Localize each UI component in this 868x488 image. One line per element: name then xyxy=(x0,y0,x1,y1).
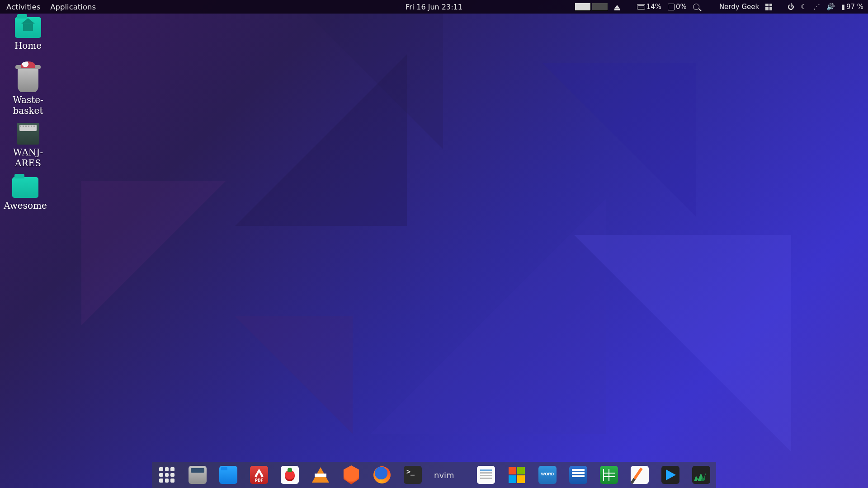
dock-word[interactable] xyxy=(538,465,557,484)
workspace-2[interactable] xyxy=(592,3,608,11)
desktop-icon-label: Home xyxy=(4,41,52,52)
user-menu[interactable]: Nerdy Geek xyxy=(719,3,759,11)
dock-brave[interactable] xyxy=(342,465,361,484)
cpu-indicator[interactable]: 0% xyxy=(668,3,687,11)
system-monitor-icon xyxy=(692,466,710,484)
spreadsheet-icon xyxy=(600,466,618,484)
strawberry-icon xyxy=(281,466,299,484)
desktop-icon-home[interactable]: Home xyxy=(4,17,52,52)
apps-grid-icon xyxy=(159,467,175,483)
calculator-icon xyxy=(189,466,207,484)
vlc-icon xyxy=(312,467,329,483)
app-grid-icon[interactable] xyxy=(765,4,772,10)
notes-icon xyxy=(631,466,649,484)
dock: nvim xyxy=(152,462,716,488)
dock-pdf[interactable] xyxy=(250,465,269,484)
firefox-icon xyxy=(373,466,391,483)
desktop-icon-label: WANJ­ARES xyxy=(4,147,52,169)
desktop-icon-trash[interactable]: Waste­basket xyxy=(4,69,52,116)
top-panel: Activities Applications Fri 16 Jun 23:11… xyxy=(0,0,868,14)
dock-ms-apps[interactable] xyxy=(507,465,526,484)
dock-text-editor[interactable] xyxy=(476,465,495,484)
dock-calculator[interactable] xyxy=(188,465,207,484)
dock-terminal[interactable] xyxy=(403,465,422,484)
keyboard-icon xyxy=(637,4,645,9)
writer-icon xyxy=(569,466,587,484)
workspace-switcher[interactable] xyxy=(575,3,608,11)
caffeine-icon[interactable]: ⏻ xyxy=(788,3,794,11)
brave-icon xyxy=(343,465,360,484)
wifi-icon[interactable]: ⋰ xyxy=(813,3,820,11)
eject-icon[interactable] xyxy=(614,5,620,9)
dock-notes[interactable] xyxy=(630,465,649,484)
dock-firefox[interactable] xyxy=(373,465,392,484)
volume-icon[interactable]: 🔊 xyxy=(826,3,835,11)
desktop[interactable]: Home Waste­basket WANJ­ARES Awesome xyxy=(0,14,868,488)
battery-value: 97 % xyxy=(846,3,863,11)
keyboard-battery-indicator[interactable]: 14% xyxy=(637,3,661,11)
dock-apps-grid[interactable] xyxy=(157,465,176,484)
terminal-icon xyxy=(404,466,422,484)
dock-media-player[interactable] xyxy=(661,465,680,484)
dock-calc[interactable] xyxy=(599,465,618,484)
clock[interactable]: Fri 16 Jun 23:11 xyxy=(406,3,462,11)
night-light-icon[interactable]: ☾ xyxy=(801,3,807,11)
microsoft-icon xyxy=(508,466,526,484)
dock-running-nvim[interactable]: nvim xyxy=(434,465,465,484)
desktop-icon-drive[interactable]: WANJ­ARES xyxy=(4,123,52,169)
dock-files[interactable] xyxy=(219,465,238,484)
search-icon[interactable] xyxy=(693,4,699,10)
text-editor-icon xyxy=(477,466,495,484)
battery-indicator[interactable]: ▮ 97 % xyxy=(841,3,863,11)
word-icon xyxy=(538,466,557,484)
desktop-icon-label: Awesome xyxy=(1,201,50,211)
dock-running-label: nvim xyxy=(434,470,454,480)
desktop-icon-awesome[interactable]: Awesome xyxy=(1,177,50,211)
cpu-value: 0% xyxy=(676,3,687,11)
dock-writer[interactable] xyxy=(569,465,588,484)
battery-icon: ▮ xyxy=(841,3,845,11)
applications-menu[interactable]: Applications xyxy=(50,3,96,11)
workspace-1[interactable] xyxy=(575,3,591,11)
media-player-icon xyxy=(661,466,679,484)
activities-button[interactable]: Activities xyxy=(6,3,40,11)
dock-system-monitor[interactable] xyxy=(692,465,711,484)
keyboard-battery-value: 14% xyxy=(646,3,661,11)
desktop-icon-label: Waste­basket xyxy=(4,95,52,116)
dock-strawberry[interactable] xyxy=(280,465,299,484)
dock-vlc[interactable] xyxy=(311,465,330,484)
files-icon xyxy=(219,466,237,484)
pdf-icon xyxy=(250,466,268,484)
cpu-icon xyxy=(668,4,675,10)
